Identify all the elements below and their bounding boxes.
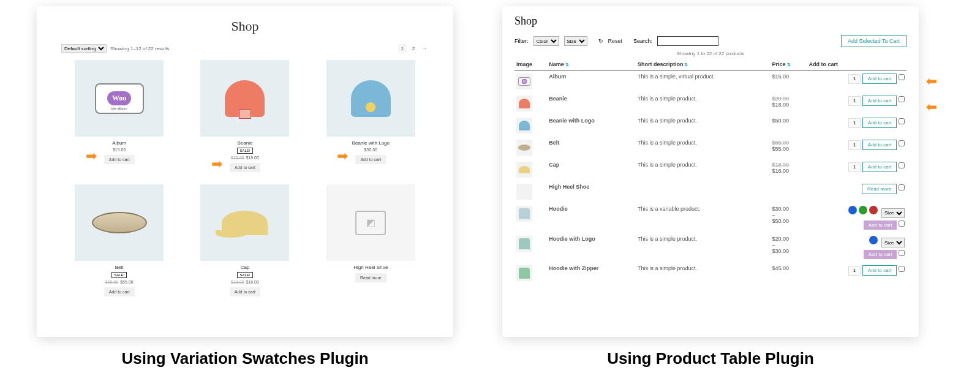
- add-to-cart-button[interactable]: Add to cart: [862, 162, 897, 172]
- product-card: Cap SALE! $18.00$16.00 Add to cart: [187, 184, 303, 296]
- row-actions: Add to cart: [807, 262, 907, 284]
- row-checkbox[interactable]: [899, 140, 905, 146]
- sort-select[interactable]: Default sorting: [61, 44, 107, 53]
- row-actions: Add to cart: [807, 70, 907, 93]
- product-name: Cap: [241, 265, 250, 270]
- row-name: Belt: [547, 137, 636, 159]
- thumb-icon: W: [516, 74, 532, 89]
- add-to-cart-button[interactable]: Add to cart: [862, 74, 897, 84]
- row-price: $15.00: [771, 70, 807, 93]
- row-actions: Size Add to cart: [807, 233, 907, 263]
- search-input[interactable]: [657, 36, 718, 46]
- beanie-icon: [225, 80, 265, 117]
- swatch-green[interactable]: [859, 206, 867, 214]
- product-name: Belt: [115, 265, 124, 270]
- page-2[interactable]: 2: [409, 44, 418, 53]
- results-count: Showing 1–12 of 22 results: [110, 46, 170, 51]
- add-to-cart-button[interactable]: Add to cart: [864, 221, 897, 230]
- arrow-icon: ➡: [211, 156, 222, 172]
- product-card: Woothe album Album $15.00 ➡ Add to cart: [61, 60, 177, 172]
- add-to-cart-button[interactable]: Add to cart: [230, 287, 260, 296]
- caption-right: Using Product Table Plugin: [502, 349, 919, 368]
- add-to-cart-button[interactable]: Add to cart: [104, 287, 135, 296]
- swatch-red[interactable]: [869, 206, 878, 214]
- row-checkbox[interactable]: [899, 162, 905, 168]
- swatch-blue[interactable]: [869, 236, 878, 244]
- page-next[interactable]: →: [420, 44, 429, 53]
- row-checkbox[interactable]: [899, 250, 905, 256]
- row-price: $30.00–$50.00: [771, 203, 807, 233]
- add-to-cart-button[interactable]: Add to cart: [862, 140, 897, 150]
- row-desc: This is a simple product.: [636, 115, 771, 137]
- row-price: $65.00$55.00: [771, 137, 807, 159]
- row-desc: This is a simple, virtual product.: [636, 70, 771, 93]
- pager: 1 2 →: [398, 44, 429, 53]
- arrow-icon: ➡: [337, 148, 348, 164]
- arrow-icon: ➡: [926, 99, 937, 115]
- row-name: Hoodie: [547, 203, 636, 233]
- thumb-icon: [516, 118, 532, 134]
- qty-input[interactable]: [848, 140, 861, 150]
- row-price: $45.00: [771, 262, 807, 284]
- product-thumb[interactable]: [200, 60, 289, 137]
- qty-input[interactable]: [848, 96, 861, 106]
- caption-left: Using Variation Swatches Plugin: [37, 349, 453, 368]
- row-checkbox[interactable]: [899, 118, 905, 124]
- page-1[interactable]: 1: [398, 44, 407, 53]
- product-thumb[interactable]: [75, 184, 164, 261]
- sort-icon: ⇅: [787, 62, 791, 67]
- col-name[interactable]: Name⇅: [547, 59, 636, 70]
- shop-title: Shop: [514, 15, 907, 28]
- row-checkbox[interactable]: [899, 221, 905, 227]
- sale-badge: SALE!: [237, 272, 252, 278]
- add-to-cart-button[interactable]: Add to cart: [862, 96, 897, 106]
- search-label: Search:: [633, 38, 652, 44]
- read-more-button[interactable]: Read more: [355, 273, 386, 282]
- row-checkbox[interactable]: [899, 184, 905, 190]
- size-select[interactable]: Size: [564, 36, 587, 46]
- row-checkbox[interactable]: [899, 96, 905, 102]
- product-thumb[interactable]: Woothe album: [75, 60, 164, 137]
- belt-icon: [92, 212, 147, 233]
- add-to-cart-button[interactable]: Add to cart: [864, 250, 897, 259]
- product-thumb[interactable]: ◩: [326, 184, 415, 261]
- row-name: Hoodie with Zipper: [547, 262, 636, 284]
- woo-logo-icon: Woothe album: [95, 83, 144, 114]
- filter-row: Filter: Color Size ↻ Reset Search: Add S…: [514, 35, 907, 47]
- row-name: Beanie: [547, 92, 636, 115]
- col-desc[interactable]: Short description⇅: [636, 59, 771, 70]
- row-desc: This is a simple product.: [636, 233, 771, 263]
- size-variant-select[interactable]: Size: [881, 238, 905, 247]
- read-more-button[interactable]: Read more: [862, 184, 897, 194]
- table-row: WAlbumThis is a simple, virtual product.…: [514, 70, 907, 93]
- add-to-cart-button[interactable]: Add to cart: [104, 155, 135, 164]
- col-add: Add to cart: [807, 59, 907, 70]
- add-to-cart-button[interactable]: Add to cart: [862, 118, 897, 128]
- product-thumb[interactable]: [200, 184, 289, 261]
- add-to-cart-button[interactable]: Add to cart: [862, 265, 897, 276]
- product-thumb[interactable]: [326, 60, 415, 137]
- row-name: Album: [547, 70, 636, 93]
- qty-input[interactable]: [848, 266, 861, 276]
- row-name: Beanie with Logo: [547, 115, 636, 137]
- add-to-cart-button[interactable]: Add to cart: [230, 163, 260, 172]
- row-checkbox[interactable]: [899, 266, 905, 272]
- thumb-icon: [516, 162, 532, 178]
- product-name: Beanie: [238, 140, 253, 146]
- row-actions: Add to cart: [807, 159, 907, 181]
- table-row: HoodieThis is a variable product.$30.00–…: [514, 203, 907, 233]
- add-selected-button[interactable]: Add Selected To Cart: [841, 35, 907, 47]
- color-select[interactable]: Color: [533, 36, 559, 46]
- product-price: $15.00: [113, 148, 126, 152]
- size-variant-select[interactable]: Size: [881, 208, 905, 218]
- qty-input[interactable]: [848, 118, 861, 128]
- qty-input[interactable]: [848, 162, 861, 172]
- row-checkbox[interactable]: [899, 74, 905, 80]
- product-card: Belt SALE! $60.00$55.00 Add to cart: [61, 184, 177, 296]
- col-price[interactable]: Price⇅: [771, 59, 807, 70]
- swatch-blue[interactable]: [848, 206, 857, 214]
- reset-link[interactable]: Reset: [608, 38, 623, 44]
- add-to-cart-button[interactable]: Add to cart: [355, 155, 386, 164]
- sale-badge: SALE!: [111, 272, 127, 278]
- qty-input[interactable]: [848, 74, 861, 84]
